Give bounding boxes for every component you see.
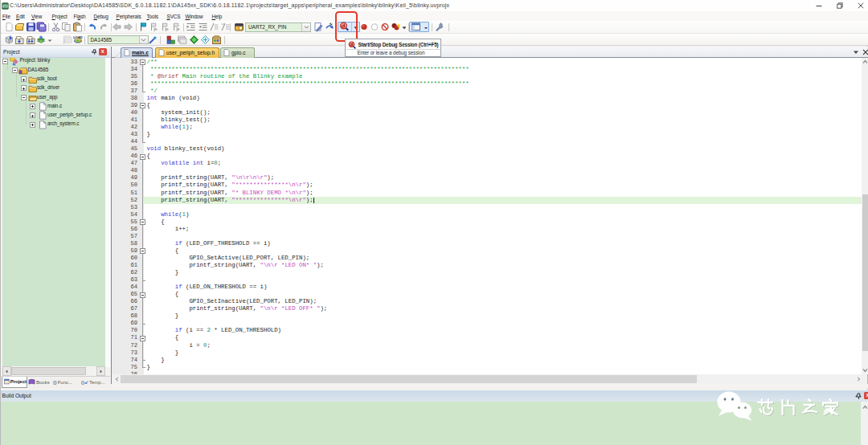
svg-text:LOAD: LOAD <box>73 35 82 39</box>
